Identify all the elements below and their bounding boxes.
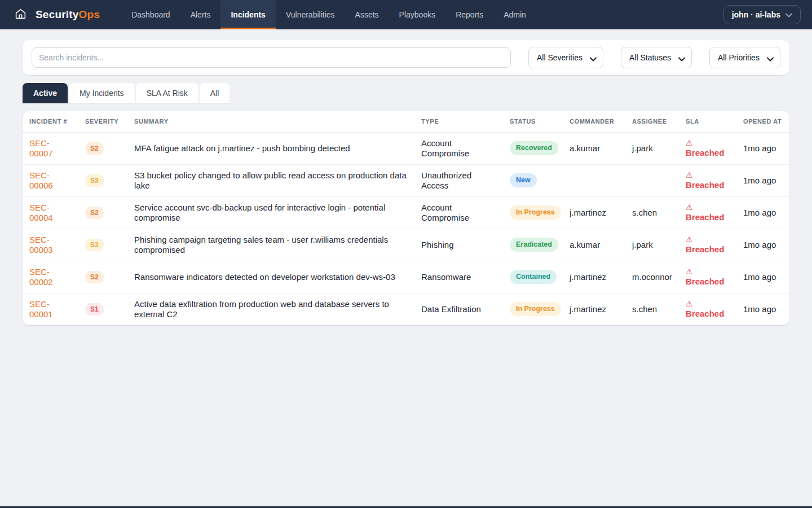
severity-badge: S1 [85,303,104,316]
column-header-summary: SUMMARY [127,111,414,132]
incident-type: Phishing [421,240,454,249]
incident-row[interactable]: SEC-00001 S1 Active data exfiltration fr… [23,293,789,325]
status-badge: Eradicated [510,238,558,252]
incident-summary: Active data exfiltration from production… [134,299,389,319]
incident-type: Ransomware [421,272,471,282]
nav-item-assets[interactable]: Assets [345,0,389,29]
nav-item-alerts[interactable]: Alerts [180,0,221,29]
incident-summary: MFA fatigue attack on j.martinez - push … [134,143,350,153]
sla-label: Breached [686,277,730,287]
sla-status: ⚠Breached [686,203,730,222]
warning-icon: ⚠ [686,139,730,147]
assignee-name: m.oconnor [632,272,672,282]
search-input[interactable] [32,47,511,68]
status-filter: All Statuses [621,47,692,68]
top-nav: SecurityOps DashboardAlertsIncidentsVuln… [0,0,812,29]
priority-filter: All Priorities [709,47,780,68]
opened-at: 1mo ago [743,176,776,185]
column-header-type: TYPE [414,111,503,132]
incident-id-link[interactable]: SEC-00002 [29,267,72,287]
sla-label: Breached [686,309,730,319]
sla-status: ⚠Breached [686,171,730,190]
opened-at: 1mo ago [743,272,776,282]
tab-my-incidents[interactable]: My Incidents [69,83,135,103]
view-tabs: ActiveMy IncidentsSLA At RiskAll [23,83,789,103]
sla-status: ⚠Breached [686,235,730,254]
priority-select[interactable]: All Priorities [709,47,780,68]
commander-name: j.martinez [570,208,606,217]
incidents-table: INCIDENT #SEVERITYSUMMARYTYPESTATUSCOMMA… [23,111,789,325]
sla-label: Breached [686,212,730,222]
nav-item-admin[interactable]: Admin [493,0,536,29]
assignee-name: s.chen [632,304,657,314]
incident-summary: Ransomware indicators detected on develo… [134,272,395,282]
severity-filter: All Severities [528,47,603,68]
warning-icon: ⚠ [686,235,730,244]
warning-icon: ⚠ [686,203,730,212]
nav-item-reports[interactable]: Reports [445,0,493,29]
incident-id-link[interactable]: SEC-00004 [29,203,72,223]
column-header-sla: SLA [679,111,736,132]
incident-row[interactable]: SEC-00006 S3 S3 bucket policy changed to… [23,164,789,196]
incident-summary: Service account svc-db-backup used for i… [134,203,385,222]
assignee-name: j.park [632,240,653,249]
incident-row[interactable]: SEC-00002 S2 Ransomware indicators detec… [23,261,789,293]
table-header-row: INCIDENT #SEVERITYSUMMARYTYPESTATUSCOMMA… [23,111,789,132]
opened-at: 1mo ago [743,143,776,153]
severity-badge: S2 [85,271,104,283]
commander-name: a.kumar [570,143,600,153]
nav-menu: DashboardAlertsIncidentsVulnerabilitiesA… [121,0,536,29]
severity-badge: S2 [85,207,104,219]
status-badge: In Progress [510,205,561,220]
incident-type: Account Compromise [421,203,469,222]
tab-active[interactable]: Active [23,83,68,103]
column-header-incident: INCIDENT # [23,111,78,132]
tab-sla-at-risk[interactable]: SLA At Risk [136,83,198,103]
incident-row[interactable]: SEC-00007 S2 MFA fatigue attack on j.mar… [23,132,789,164]
user-menu-label: john · ai-labs [732,10,780,19]
home-icon [15,8,27,22]
incident-id-link[interactable]: SEC-00003 [29,235,72,255]
incident-type: Unauthorized Access [421,170,471,190]
sla-label: Breached [686,148,730,158]
column-header-assignee: ASSIGNEE [625,111,679,132]
incidents-table-card: INCIDENT #SEVERITYSUMMARYTYPESTATUSCOMMA… [23,111,789,325]
incident-type: Data Exfiltration [421,304,481,314]
incidents-table-body: SEC-00007 S2 MFA fatigue attack on j.mar… [23,132,789,325]
tab-all[interactable]: All [200,83,230,103]
warning-icon: ⚠ [686,171,730,179]
status-badge: Recovered [510,141,558,155]
incident-id-link[interactable]: SEC-00001 [29,299,72,319]
severity-badge: S2 [85,142,104,155]
home-button[interactable] [11,0,30,29]
severity-badge: S3 [85,174,104,187]
opened-at: 1mo ago [743,240,776,249]
sla-status: ⚠Breached [686,139,730,157]
incident-row[interactable]: SEC-00004 S2 Service account svc-db-back… [23,196,789,229]
app-logo[interactable]: SecurityOps [36,0,100,29]
nav-item-dashboard[interactable]: Dashboard [121,0,180,29]
column-header-opened-at: OPENED AT [736,111,789,132]
commander-name: a.kumar [570,240,600,249]
status-select[interactable]: All Statuses [621,47,692,68]
commander-name: j.martinez [570,304,606,314]
severity-select[interactable]: All Severities [528,47,603,68]
status-badge: Contained [510,270,557,284]
incident-id-link[interactable]: SEC-00007 [29,138,72,159]
nav-item-incidents[interactable]: Incidents [220,0,275,29]
column-header-severity: SEVERITY [78,111,127,132]
column-header-commander: COMMANDER [563,111,625,132]
warning-icon: ⚠ [686,268,730,276]
incident-id-link[interactable]: SEC-00006 [29,170,72,191]
logo-text-accent: Ops [79,8,100,21]
sla-status: ⚠Breached [686,300,730,318]
warning-icon: ⚠ [686,300,730,308]
sla-label: Breached [686,180,730,190]
incident-row[interactable]: SEC-00003 S3 Phishing campaign targeting… [23,229,789,261]
nav-item-playbooks[interactable]: Playbooks [389,0,446,29]
user-menu-button[interactable]: john · ai-labs [723,5,801,24]
opened-at: 1mo ago [743,304,776,314]
column-header-status: STATUS [503,111,563,132]
assignee-name: s.chen [632,208,657,217]
nav-item-vulnerabilities[interactable]: Vulnerabilities [276,0,345,29]
